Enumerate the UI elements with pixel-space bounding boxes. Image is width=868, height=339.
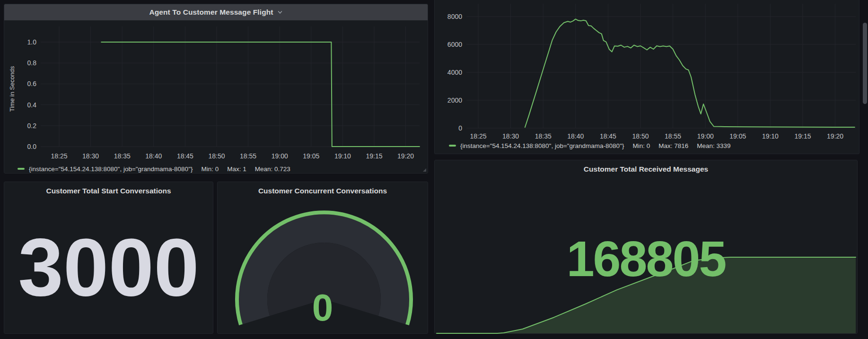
scrollbar-thumb[interactable]	[863, 23, 867, 104]
panel-customer-total-start-conversations: Customer Total Start Conversations 3000	[4, 182, 213, 334]
panel-resize-handle[interactable]	[423, 168, 426, 172]
legend-max: Max: 7816	[658, 142, 688, 149]
legend-mean: Mean: 3339	[697, 142, 730, 149]
svg-text:18:55: 18:55	[665, 132, 681, 140]
svg-text:0.6: 0.6	[27, 80, 37, 87]
panel-message-rate: 18:2518:3018:3518:4018:4518:5018:5519:00…	[434, 0, 859, 154]
svg-text:18:40: 18:40	[145, 152, 162, 160]
svg-text:18:35: 18:35	[535, 132, 552, 140]
legend-flight: {instance="54.154.24.138:8080", job="gra…	[18, 165, 290, 173]
svg-text:18:45: 18:45	[177, 152, 193, 160]
grafana-dashboard: { "page": { "background": "#111217", "ac…	[0, 0, 868, 339]
legend-series-name[interactable]: {instance="54.154.24.138:8080", job="gra…	[29, 165, 193, 173]
legend-max: Max: 1	[227, 165, 246, 173]
legend-min: Min: 0	[632, 142, 650, 149]
svg-text:0.2: 0.2	[27, 122, 37, 130]
svg-text:18:35: 18:35	[114, 152, 131, 160]
legend-rate: {instance="54.154.24.138:8080", job="gra…	[449, 142, 731, 149]
svg-text:0.4: 0.4	[27, 101, 37, 109]
svg-text:18:25: 18:25	[51, 152, 67, 160]
panel-header-flight[interactable]: Agent To Customer Message Flight	[4, 4, 428, 20]
svg-text:18:30: 18:30	[502, 132, 519, 140]
svg-text:18:50: 18:50	[632, 132, 649, 140]
svg-text:1.0: 1.0	[27, 38, 37, 46]
panel-agent-to-customer-message-flight: Agent To Customer Message Flight Time in…	[4, 4, 428, 174]
flight-chart-plot[interactable]: 18:2518:3018:3518:4018:4518:5018:5519:00…	[4, 20, 429, 165]
svg-text:19:00: 19:00	[697, 132, 714, 140]
rate-chart-plot[interactable]: 18:2518:3018:3518:4018:4518:5018:5519:00…	[435, 0, 860, 141]
svg-text:19:20: 19:20	[397, 152, 414, 160]
svg-text:4000: 4000	[447, 69, 462, 76]
svg-text:19:15: 19:15	[366, 152, 382, 160]
svg-text:19:05: 19:05	[729, 132, 746, 140]
stat-value-start-conversations: 3000	[4, 226, 213, 308]
panel-customer-total-received-messages: Customer Total Received Messages 168805	[434, 160, 858, 334]
svg-text:19:10: 19:10	[334, 152, 351, 160]
svg-text:18:25: 18:25	[470, 132, 486, 140]
svg-text:19:05: 19:05	[303, 152, 319, 160]
svg-text:18:30: 18:30	[82, 152, 99, 160]
svg-text:18:50: 18:50	[208, 152, 225, 160]
svg-text:8000: 8000	[447, 13, 462, 20]
legend-mean: Mean: 0.723	[255, 165, 290, 173]
svg-text:19:00: 19:00	[272, 152, 288, 160]
panel-title[interactable]: Customer Total Start Conversations	[4, 187, 213, 195]
svg-text:19:10: 19:10	[762, 132, 779, 140]
svg-text:18:45: 18:45	[600, 132, 616, 140]
chevron-down-icon[interactable]	[277, 9, 283, 15]
legend-series-name[interactable]: {instance="54.154.24.138:8080", job="gra…	[460, 142, 624, 149]
svg-text:6000: 6000	[447, 41, 462, 48]
gauge-value: 0	[218, 289, 428, 327]
stat-value-received-messages: 168805	[435, 232, 857, 285]
svg-text:19:15: 19:15	[794, 132, 811, 140]
svg-text:0: 0	[458, 124, 462, 132]
svg-text:18:55: 18:55	[240, 152, 256, 160]
svg-text:18:40: 18:40	[567, 132, 584, 140]
svg-text:0.8: 0.8	[27, 59, 37, 67]
panel-customer-concurrent-conversations: Customer Concurrent Conversations 0	[217, 182, 428, 334]
legend-color-swatch[interactable]	[18, 168, 25, 170]
svg-text:19:20: 19:20	[827, 132, 843, 140]
legend-min: Min: 0	[201, 165, 219, 173]
svg-text:0.0: 0.0	[27, 143, 37, 150]
legend-color-swatch[interactable]	[449, 145, 456, 147]
page-title[interactable]: Agent To Customer Message Flight	[149, 8, 273, 17]
svg-text:2000: 2000	[447, 96, 462, 104]
